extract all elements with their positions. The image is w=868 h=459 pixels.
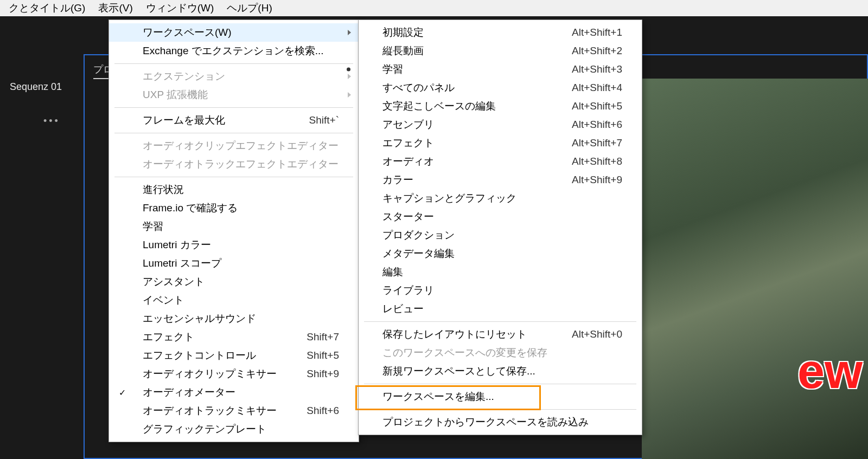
check-icon: ✓ bbox=[119, 387, 126, 398]
workspace-item-21[interactable]: ワークスペースを編集... bbox=[359, 387, 642, 406]
shortcut-text: Shift+5 bbox=[307, 350, 339, 361]
window-menu-item-0[interactable]: ワークスペース(W) bbox=[109, 23, 359, 42]
window-menu-item-22[interactable]: ✓オーディオメーター bbox=[109, 383, 359, 402]
menu-item-label: 保存したレイアウトにリセット bbox=[382, 327, 545, 341]
window-menu-item-20[interactable]: エフェクトコントロールShift+5 bbox=[109, 346, 359, 365]
menu-item-label: ライブラリ bbox=[382, 283, 622, 298]
menu-item-label: 初期設定 bbox=[382, 25, 545, 40]
window-menu-item-13[interactable]: 学習 bbox=[109, 217, 359, 236]
menu-view[interactable]: 表示(V) bbox=[92, 0, 139, 17]
menu-item-label: Lumetri カラー bbox=[143, 238, 339, 252]
workspace-item-15[interactable]: レビュー bbox=[359, 300, 642, 318]
menu-item-label: オーディオ bbox=[382, 154, 545, 169]
workspace-item-19[interactable]: 新規ワークスペースとして保存... bbox=[359, 362, 642, 380]
menu-item-label: すべてのパネル bbox=[382, 81, 545, 95]
menu-help[interactable]: ヘルプ(H) bbox=[220, 0, 278, 17]
window-menu-item-17[interactable]: イベント bbox=[109, 291, 359, 309]
workspace-item-0[interactable]: 初期設定Alt+Shift+1 bbox=[359, 23, 642, 42]
sequence-name[interactable]: Sequenz 01 bbox=[10, 81, 62, 93]
window-menu-item-18[interactable]: エッセンシャルサウンド bbox=[109, 309, 359, 328]
menu-item-label: オーディオトラックエフェクトエディター bbox=[143, 157, 339, 171]
window-menu-separator bbox=[114, 177, 353, 177]
menu-item-label: グラフィックテンプレート bbox=[143, 422, 339, 436]
workspace-item-9[interactable]: キャプションとグラフィック bbox=[359, 189, 642, 208]
workspace-item-3[interactable]: すべてのパネルAlt+Shift+4 bbox=[359, 79, 642, 97]
menu-item-label: フレームを最大化 bbox=[143, 113, 282, 127]
window-menu-item-6[interactable]: フレームを最大化Shift+` bbox=[109, 111, 359, 130]
workspace-item-5[interactable]: アセンブリAlt+Shift+6 bbox=[359, 115, 642, 134]
window-menu-separator bbox=[114, 133, 353, 133]
window-menu-item-14[interactable]: Lumetri カラー bbox=[109, 236, 359, 254]
menu-item-label: 学習 bbox=[382, 62, 545, 76]
window-menu-item-4: UXP 拡張機能 bbox=[109, 86, 359, 104]
workspace-item-6[interactable]: エフェクトAlt+Shift+7 bbox=[359, 134, 642, 152]
menu-item-label: 縦長動画 bbox=[382, 44, 545, 58]
menu-item-label: Lumetri スコープ bbox=[143, 256, 339, 270]
shortcut-text: Alt+Shift+9 bbox=[572, 174, 622, 186]
workspace-item-7[interactable]: オーディオAlt+Shift+8 bbox=[359, 152, 642, 171]
shortcut-text: Shift+7 bbox=[307, 331, 339, 343]
program-monitor[interactable]: ew bbox=[642, 79, 868, 459]
menu-item-label: オーディオメーター bbox=[143, 385, 339, 399]
window-menu-separator bbox=[114, 63, 353, 64]
menu-item-label: エクステンション bbox=[143, 69, 339, 83]
workspace-item-11[interactable]: プロダクション bbox=[359, 226, 642, 244]
window-menu-item-1[interactable]: Exchange でエクステンションを検索... bbox=[109, 42, 359, 60]
shortcut-text: Alt+Shift+2 bbox=[572, 45, 622, 57]
menu-item-label: Frame.io で確認する bbox=[143, 201, 339, 215]
window-menu-item-23[interactable]: オーディオトラックミキサーShift+6 bbox=[109, 402, 359, 420]
submenu-arrow-icon bbox=[348, 30, 351, 35]
window-menu-item-21[interactable]: オーディオクリップミキサーShift+9 bbox=[109, 365, 359, 383]
submenu-arrow-icon bbox=[348, 74, 351, 79]
window-menu-item-11[interactable]: 進行状況 bbox=[109, 180, 359, 199]
menu-item-label: Exchange でエクステンションを検索... bbox=[143, 44, 339, 58]
workspace-item-8[interactable]: カラーAlt+Shift+9 bbox=[359, 171, 642, 189]
menu-item-label: オーディオクリップエフェクトエディター bbox=[143, 139, 339, 153]
current-dot-icon bbox=[347, 68, 350, 72]
window-menu-item-15[interactable]: Lumetri スコープ bbox=[109, 254, 359, 273]
shortcut-text: Alt+Shift+5 bbox=[572, 100, 622, 112]
menu-item-label: レビュー bbox=[382, 302, 622, 316]
menu-item-label: UXP 拡張機能 bbox=[143, 88, 339, 102]
menu-item-label: エフェクト bbox=[382, 136, 545, 150]
menu-item-label: カラー bbox=[382, 173, 545, 187]
shortcut-text: Alt+Shift+6 bbox=[572, 119, 622, 131]
shortcut-text: Shift+6 bbox=[307, 405, 339, 417]
menu-item-label: メタデータ編集 bbox=[382, 247, 622, 261]
menu-item-label: プロダクション bbox=[382, 228, 622, 242]
window-menu-item-8: オーディオクリップエフェクトエディター bbox=[109, 137, 359, 155]
workspace-item-10[interactable]: スターター bbox=[359, 208, 642, 226]
workspace-item-23[interactable]: プロジェクトからワークスペースを読み込み bbox=[359, 413, 642, 431]
shortcut-text: Alt+Shift+0 bbox=[572, 328, 622, 340]
workspace-item-2[interactable]: 学習Alt+Shift+3 bbox=[359, 60, 642, 79]
window-menu-item-3: エクステンション bbox=[109, 67, 359, 86]
menu-item-label: イベント bbox=[143, 293, 339, 307]
window-menu-item-9: オーディオトラックエフェクトエディター bbox=[109, 155, 359, 173]
workspace-item-14[interactable]: ライブラリ bbox=[359, 281, 642, 300]
window-menu-item-19[interactable]: エフェクトShift+7 bbox=[109, 328, 359, 346]
overflow-menu-icon[interactable]: ••• bbox=[43, 115, 60, 127]
menu-item-label: 進行状況 bbox=[143, 183, 339, 197]
window-menu-item-16[interactable]: アシスタント bbox=[109, 273, 359, 291]
menu-item-label: エッセンシャルサウンド bbox=[143, 312, 339, 326]
workspace-item-18: このワークスペースへの変更を保存 bbox=[359, 344, 642, 362]
menu-item-label: プロジェクトからワークスペースを読み込み bbox=[382, 415, 622, 429]
menu-graphics-title[interactable]: クとタイトル(G) bbox=[2, 0, 92, 17]
workspace-separator bbox=[364, 409, 636, 410]
watermark-text: ew bbox=[797, 344, 863, 399]
workspace-item-1[interactable]: 縦長動画Alt+Shift+2 bbox=[359, 42, 642, 60]
workspace-submenu: 初期設定Alt+Shift+1縦長動画Alt+Shift+2学習Alt+Shif… bbox=[358, 20, 642, 435]
window-menu: ワークスペース(W)Exchange でエクステンションを検索...エクステンシ… bbox=[108, 20, 359, 442]
menu-window[interactable]: ウィンドウ(W) bbox=[139, 0, 221, 17]
workspace-item-12[interactable]: メタデータ編集 bbox=[359, 244, 642, 263]
menu-item-label: 編集 bbox=[382, 265, 622, 279]
workspace-item-4[interactable]: 文字起こしベースの編集Alt+Shift+5 bbox=[359, 97, 642, 115]
shortcut-text: Alt+Shift+3 bbox=[572, 63, 622, 75]
workspace-item-17[interactable]: 保存したレイアウトにリセットAlt+Shift+0 bbox=[359, 325, 642, 344]
window-menu-item-24[interactable]: グラフィックテンプレート bbox=[109, 420, 359, 438]
menu-item-label: オーディオトラックミキサー bbox=[143, 404, 279, 418]
window-menu-item-12[interactable]: Frame.io で確認する bbox=[109, 199, 359, 217]
menu-item-label: エフェクト bbox=[143, 330, 279, 344]
menu-item-label: アシスタント bbox=[143, 275, 339, 289]
workspace-item-13[interactable]: 編集 bbox=[359, 263, 642, 281]
